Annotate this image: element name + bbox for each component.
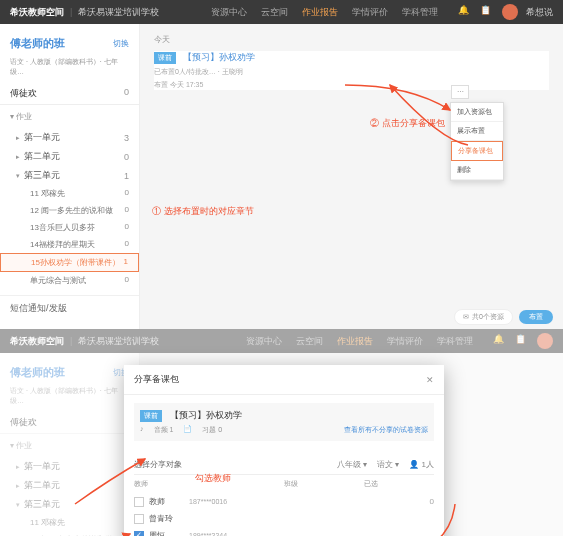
main-area: 傅老师的班 切换 语文 · 人教版（部编教科书）· 七年级… 傅徒欢 0 ▾ 作… [0, 24, 563, 329]
screenshot-bottom: 希沃教师空间|希沃易课堂培训学校 资源中心云空间作业报告学情评价学科管理 🔔📋 … [0, 329, 563, 536]
content-area: 今天 课前 【预习】孙权劝学 已布置0人/待批改… · 王晓明 布置 今天 17… [140, 24, 563, 329]
teacher-row[interactable]: 教师187****00160 [134, 493, 434, 510]
dd-share-package[interactable]: 分享备课包 [451, 141, 503, 161]
close-icon[interactable]: ✕ [426, 375, 434, 385]
teacher-row-checked[interactable]: 周恒189****3344 [134, 527, 434, 536]
filter-row: 选择分享对象 八年级 ▾ 语文 ▾ 👤 1人 [134, 455, 434, 475]
sidebar: 傅老师的班 切换 语文 · 人教版（部编教科书）· 七年级… 傅徒欢 0 ▾ 作… [0, 24, 140, 329]
checkbox-checked[interactable] [134, 531, 144, 537]
avatar[interactable] [502, 4, 518, 20]
audio-icon: ♪ [140, 425, 144, 435]
dd-delete[interactable]: 删除 [451, 161, 503, 180]
class-title[interactable]: 傅老师的班 [10, 36, 65, 51]
modal-header: 分享备课包 ✕ [124, 365, 444, 395]
dropdown-toggle-icon[interactable]: ⋯ [451, 85, 469, 99]
share-modal: 分享备课包 ✕ 课前 【预习】孙权劝学 ♪音频 1 📄习题 0 查看所有不分享的… [124, 365, 444, 536]
modal-hw-tag: 课前 [140, 410, 162, 422]
checkbox[interactable] [134, 514, 144, 524]
dd-add-resource[interactable]: 加入资源包 [451, 103, 503, 122]
card-dropdown: ⋯ 加入资源包 展示布置 分享备课包 删除 [450, 102, 504, 181]
checkbox[interactable] [134, 497, 144, 507]
assign-button[interactable]: 布置 [519, 310, 553, 324]
hw-meta: 已布置0人/待批改… · 王晓明 [154, 67, 549, 77]
lesson-12[interactable]: 12 闻一多先生的说和做0 [0, 202, 139, 219]
header-right: 🔔 📋 希想说 [458, 4, 553, 20]
doc-icon: 📄 [183, 425, 192, 435]
modal-hw-card: 课前 【预习】孙权劝学 ♪音频 1 📄习题 0 查看所有不分享的试卷资源 [134, 403, 434, 441]
lesson-13[interactable]: 13音乐巨人贝多芬0 [0, 219, 139, 236]
nav-cloud[interactable]: 云空间 [261, 6, 288, 19]
username[interactable]: 希想说 [526, 6, 553, 19]
list-header: 教师 班级 已选 [134, 475, 434, 493]
grade-select[interactable]: 八年级 ▾ [337, 459, 367, 470]
sms-notify[interactable]: 短信通知/发版 [0, 295, 139, 321]
hw-time: 布置 今天 17:35 [154, 80, 549, 90]
logo[interactable]: 希沃教师空间 [10, 6, 64, 19]
hw-title[interactable]: 【预习】孙权劝学 [183, 52, 255, 62]
class-subtitle: 语文 · 人教版（部编教科书）· 七年级… [0, 55, 139, 83]
header-bg: 希沃教师空间|希沃易课堂培训学校 资源中心云空间作业报告学情评价学科管理 🔔📋 [0, 329, 563, 353]
unit-test[interactable]: 单元综合与测试0 [0, 272, 139, 289]
nav-resource[interactable]: 资源中心 [211, 6, 247, 19]
subject-select[interactable]: 语文 ▾ [377, 459, 399, 470]
switch-class[interactable]: 切换 [113, 38, 129, 49]
nav-homework[interactable]: 作业报告 [302, 6, 338, 19]
lesson-15-selected[interactable]: 15孙权劝学（附带课件）1 [0, 253, 139, 272]
dd-show-assign[interactable]: 展示布置 [451, 122, 503, 141]
person-count: 👤 1人 [409, 459, 434, 470]
hw-tag: 课前 [154, 52, 176, 64]
header: 希沃教师空间 | 希沃易课堂培训学校 资源中心 云空间 作业报告 学情评价 学科… [0, 0, 563, 24]
teacher-row[interactable]: 曾青玲 [134, 510, 434, 527]
content-footer: ✉共0个资源 布置 [454, 309, 553, 325]
lesson-14[interactable]: 14福楼拜的星期天0 [0, 236, 139, 253]
calendar-icon[interactable]: 📋 [480, 5, 494, 19]
modal-body: 选择分享对象 八年级 ▾ 语文 ▾ 👤 1人 教师 班级 已选 教师187***… [124, 449, 444, 536]
view-all-link[interactable]: 查看所有不分享的试卷资源 [344, 425, 428, 435]
category-homework: ▾ 作业 [0, 105, 139, 128]
screenshot-top: 希沃教师空间 | 希沃易课堂培训学校 资源中心 云空间 作业报告 学情评价 学科… [0, 0, 563, 329]
today-label: 今天 [154, 34, 549, 45]
bell-icon[interactable]: 🔔 [458, 5, 472, 19]
modal-title: 分享备课包 [134, 373, 179, 386]
lesson-11[interactable]: 11 邓稼先0 [0, 185, 139, 202]
site-name[interactable]: 希沃易课堂培训学校 [78, 6, 159, 19]
separator: | [70, 7, 72, 17]
modal-hw-title: 【预习】孙权劝学 [170, 409, 242, 422]
filter-label: 选择分享对象 [134, 459, 182, 470]
resource-count: ✉共0个资源 [454, 309, 513, 325]
nav-analysis[interactable]: 学情评价 [352, 6, 388, 19]
unit-3[interactable]: ▾第三单元1 [0, 166, 139, 185]
nav-subject[interactable]: 学科管理 [402, 6, 438, 19]
unit-1[interactable]: ▸第一单元3 [0, 128, 139, 147]
top-nav: 资源中心 云空间 作业报告 学情评价 学科管理 [211, 6, 438, 19]
mail-icon: ✉ [463, 313, 469, 321]
unit-2[interactable]: ▸第二单元0 [0, 147, 139, 166]
homework-card[interactable]: 课前 【预习】孙权劝学 已布置0人/待批改… · 王晓明 布置 今天 17:35 [154, 51, 549, 90]
sidebar-tab[interactable]: 傅徒欢 0 [0, 83, 139, 105]
